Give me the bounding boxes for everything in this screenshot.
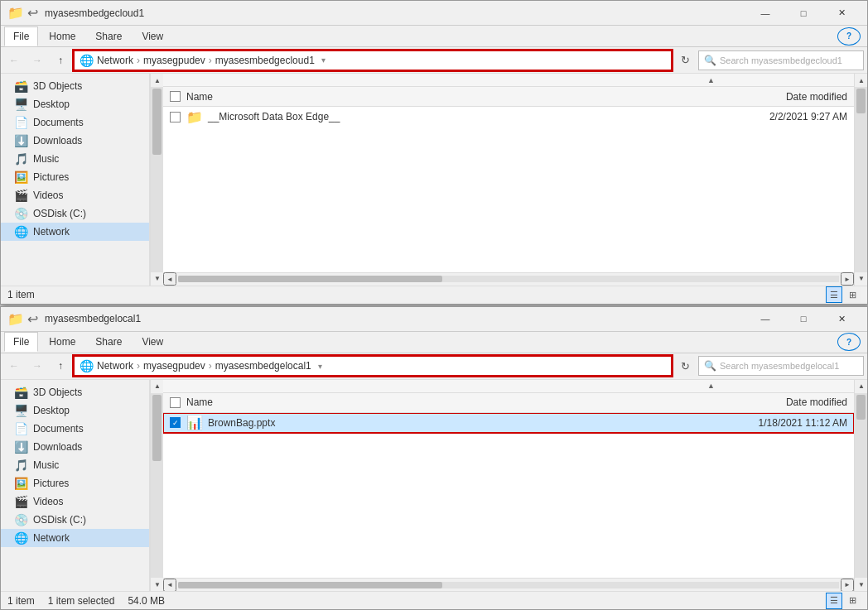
search-box-1[interactable]: 🔍 Search myasesmbedgecloud1 xyxy=(698,50,864,70)
minimize-btn-2[interactable]: — xyxy=(746,306,784,331)
help-btn-1[interactable]: ? xyxy=(837,27,861,46)
forward-btn-1[interactable]: → xyxy=(27,50,47,70)
address-dropdown-1[interactable]: ▾ xyxy=(321,55,326,65)
header-date-col-2[interactable]: Date modified xyxy=(715,396,847,408)
maximize-btn-1[interactable]: □ xyxy=(784,1,822,26)
search-placeholder-1: Search myasesmbedgecloud1 xyxy=(720,55,842,65)
scroll-up-files-1[interactable]: ▲ xyxy=(855,74,867,87)
sidebar-item-pictures-1[interactable]: 🖼️ Pictures xyxy=(1,168,149,186)
large-icons-view-btn-1[interactable]: ⊞ xyxy=(844,286,861,303)
file-checkbox-2-1[interactable]: ✓ xyxy=(170,417,181,428)
file-list-body-1: 📁 __Microsoft Data Box Edge__ 2/2/2021 9… xyxy=(163,107,854,272)
refresh-btn-1[interactable]: ↻ xyxy=(675,50,695,70)
ribbon-tab-view-1[interactable]: View xyxy=(133,26,172,46)
sidebar-label-osdisk-1: OSDisk (C:) xyxy=(33,208,86,219)
sidebar-item-desktop-2[interactable]: 🖥️ Desktop xyxy=(1,401,149,420)
header-checkbox-1[interactable] xyxy=(170,91,181,102)
sidebar-label-videos-2: Videos xyxy=(33,496,63,507)
scroll-down-files-2[interactable]: ▼ xyxy=(855,578,867,591)
ribbon-tab-file-2[interactable]: File xyxy=(4,332,38,352)
sidebar-label-3dobjects-2: 3D Objects xyxy=(33,387,82,398)
address-sep2-1: › xyxy=(209,55,212,66)
sort-arrow-1: ▲ xyxy=(707,76,715,84)
back-btn-2[interactable]: ← xyxy=(4,356,24,376)
sidebar-item-network-2[interactable]: 🌐 Network xyxy=(1,529,149,547)
large-icons-view-btn-2[interactable]: ⊞ xyxy=(844,593,861,609)
sidebar-item-videos-1[interactable]: 🎬 Videos xyxy=(1,186,149,204)
scroll-down-sidebar-1[interactable]: ▼ xyxy=(151,272,164,286)
sidebar-item-downloads-1[interactable]: ⬇️ Downloads xyxy=(1,132,149,150)
back-icon-1: ↩ xyxy=(27,5,38,21)
address-sep1-1: › xyxy=(137,55,140,66)
address-input-2[interactable]: 🌐 Network › myasegpudev › myasesmbedgelo… xyxy=(74,356,672,376)
sidebar-item-videos-2[interactable]: 🎬 Videos xyxy=(1,492,149,511)
sidebar-item-documents-1[interactable]: 📄 Documents xyxy=(1,113,149,132)
sidebar-item-3dobjects-1[interactable]: 🗃️ 3D Objects xyxy=(1,77,149,95)
scroll-up-sidebar-1[interactable]: ▲ xyxy=(151,74,164,87)
table-row[interactable]: ✓ 📊 BrownBag.pptx 1/18/2021 11:12 AM xyxy=(163,413,854,433)
details-view-btn-2[interactable]: ☰ xyxy=(826,593,842,609)
ribbon-tab-view-2[interactable]: View xyxy=(133,332,172,352)
header-name-col-1[interactable]: Name xyxy=(186,91,715,103)
ribbon-tab-home-1[interactable]: Home xyxy=(40,26,84,46)
scroll-up-files-2[interactable]: ▲ xyxy=(855,380,867,393)
3dobjects-icon-2: 🗃️ xyxy=(14,386,28,399)
up-btn-1[interactable]: ↑ xyxy=(51,50,70,70)
scroll-left-2[interactable]: ◄ xyxy=(163,579,176,592)
sidebar-label-downloads-2: Downloads xyxy=(33,441,82,453)
scroll-left-1[interactable]: ◄ xyxy=(163,272,176,286)
sidebar-item-osdisk-1[interactable]: 💿 OSDisk (C:) xyxy=(1,204,149,223)
file-checkbox-1-1[interactable] xyxy=(170,112,181,122)
ribbon-tab-share-2[interactable]: Share xyxy=(86,332,131,352)
music-icon-1: 🎵 xyxy=(14,152,28,166)
scroll-down-sidebar-2[interactable]: ▼ xyxy=(151,578,164,591)
back-btn-1[interactable]: ← xyxy=(4,50,24,70)
sidebar-label-videos-1: Videos xyxy=(33,190,63,201)
scroll-down-files-1[interactable]: ▼ xyxy=(855,272,867,286)
header-name-col-2[interactable]: Name xyxy=(186,396,715,408)
sidebar-item-desktop-1[interactable]: 🖥️ Desktop xyxy=(1,95,149,113)
forward-btn-2[interactable]: → xyxy=(27,356,47,376)
address-dropdown-2[interactable]: ▾ xyxy=(318,362,322,371)
documents-icon-2: 📄 xyxy=(14,422,28,435)
sidebar-item-network-1[interactable]: 🌐 Network xyxy=(1,223,149,241)
sidebar-label-documents-2: Documents xyxy=(33,423,84,435)
close-btn-2[interactable]: ✕ xyxy=(822,306,861,331)
sidebar-item-music-1[interactable]: 🎵 Music xyxy=(1,150,149,168)
header-checkbox-2[interactable] xyxy=(170,397,181,408)
window-title-2: myasesmbedgelocal1 xyxy=(45,313,746,324)
header-date-col-1[interactable]: Date modified xyxy=(715,91,847,103)
refresh-btn-2[interactable]: ↻ xyxy=(675,356,695,376)
help-btn-2[interactable]: ? xyxy=(837,333,861,351)
minimize-btn-1[interactable]: — xyxy=(746,1,784,26)
hscroll-track-1 xyxy=(178,276,839,282)
scroll-track-sidebar-2 xyxy=(151,393,163,579)
maximize-btn-2[interactable]: □ xyxy=(784,306,822,331)
details-view-btn-1[interactable]: ☰ xyxy=(826,286,842,303)
ribbon-tab-share-1[interactable]: Share xyxy=(86,26,131,46)
scroll-up-sidebar-2[interactable]: ▲ xyxy=(151,380,164,393)
up-btn-2[interactable]: ↑ xyxy=(51,356,70,376)
scroll-right-1[interactable]: ► xyxy=(841,272,854,286)
sidebar-item-music-2[interactable]: 🎵 Music xyxy=(1,456,149,474)
sidebar-label-network-1: Network xyxy=(33,226,70,238)
file-list-1: ▲ Name Date modified � xyxy=(163,74,854,286)
ribbon-tab-home-2[interactable]: Home xyxy=(40,332,84,352)
sidebar-item-downloads-2[interactable]: ⬇️ Downloads xyxy=(1,438,149,456)
ribbon-tab-file-1[interactable]: File xyxy=(4,26,38,46)
table-row[interactable]: 📁 __Microsoft Data Box Edge__ 2/2/2021 9… xyxy=(163,107,854,127)
scroll-right-2[interactable]: ► xyxy=(841,579,854,592)
sidebar-item-osdisk-2[interactable]: 💿 OSDisk (C:) xyxy=(1,511,149,529)
sidebar-item-3dobjects-2[interactable]: 🗃️ 3D Objects xyxy=(1,383,149,401)
search-box-2[interactable]: 🔍 Search myasesmbedgelocal1 xyxy=(698,356,864,376)
search-icon-1: 🔍 xyxy=(704,55,716,66)
scroll-track-files-1 xyxy=(855,87,867,272)
breadcrumb-part2-2: myasegpudev xyxy=(143,360,205,372)
sidebar-item-documents-2[interactable]: 📄 Documents xyxy=(1,420,149,438)
sidebar-item-pictures-2[interactable]: 🖼️ Pictures xyxy=(1,474,149,492)
music-icon-2: 🎵 xyxy=(14,459,28,472)
close-btn-1[interactable]: ✕ xyxy=(822,1,861,26)
desktop-icon-2: 🖥️ xyxy=(14,404,28,417)
breadcrumb-part1-1: Network xyxy=(97,55,133,66)
address-input-1[interactable]: 🌐 Network › myasegpudev › myasesmbedgecl… xyxy=(74,50,672,70)
